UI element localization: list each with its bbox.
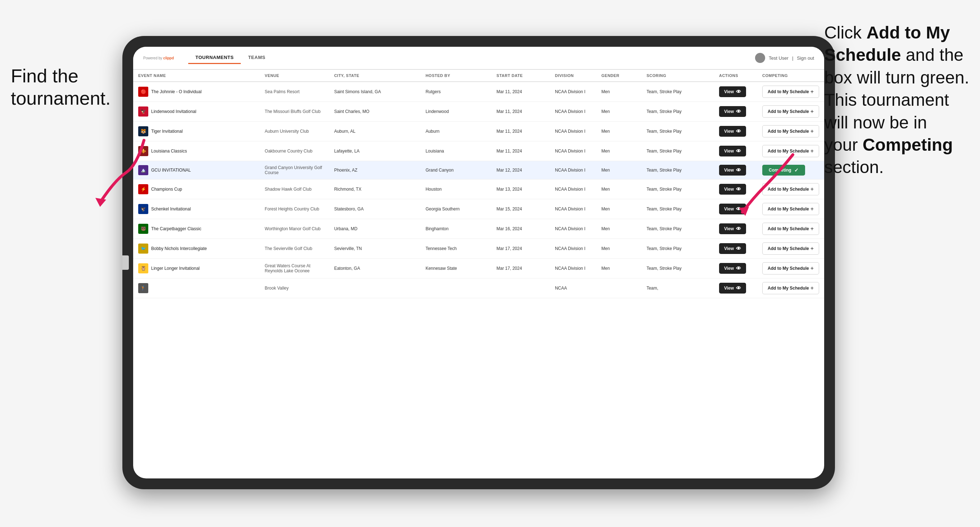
hosted-by-cell <box>420 278 491 298</box>
city-state-cell: Statesboro, GA <box>329 199 420 219</box>
eye-icon: 👁 <box>736 167 741 173</box>
gender-cell: Men <box>597 259 641 278</box>
add-to-schedule-button[interactable]: Add to My Schedule + <box>762 223 819 235</box>
add-to-schedule-button[interactable]: Add to My Schedule + <box>762 243 819 255</box>
table-row: 🏔️ GCU INVITATIONAL Grand Canyon Univers… <box>133 161 824 179</box>
venue-cell: Sea Palms Resort <box>260 82 329 102</box>
actions-cell: View 👁 <box>714 102 757 122</box>
instruction-left: Find thetournament. <box>11 65 111 110</box>
col-venue: VENUE <box>260 70 329 82</box>
col-division: DIVISION <box>550 70 597 82</box>
add-to-schedule-button[interactable]: Add to My Schedule + <box>762 203 819 215</box>
venue-cell: The Sevierville Golf Club <box>260 239 329 259</box>
hosted-by-cell: Houston <box>420 179 491 199</box>
competing-cell: Add to My Schedule + <box>757 278 824 298</box>
scoring-cell: Team, Stroke Play <box>641 141 714 161</box>
tab-teams[interactable]: TEAMS <box>241 52 272 64</box>
add-to-schedule-button[interactable]: Add to My Schedule + <box>762 86 819 98</box>
sign-out-link[interactable]: Sign out <box>797 56 814 61</box>
event-name-cell: 🏔️ GCU INVITATIONAL <box>133 161 260 179</box>
actions-cell: View 👁 <box>714 161 757 179</box>
city-state-cell: Urbana, MD <box>329 219 420 239</box>
plus-icon: + <box>810 245 814 252</box>
powered-by: Powered by clippd <box>143 56 174 60</box>
add-to-schedule-button[interactable]: Add to My Schedule + <box>762 282 819 294</box>
scoring-cell: Team, Stroke Play <box>641 102 714 122</box>
hosted-by-cell: Binghamton <box>420 219 491 239</box>
view-button[interactable]: View 👁 <box>719 86 746 97</box>
col-hosted-by: HOSTED BY <box>420 70 491 82</box>
plus-icon: + <box>810 108 814 115</box>
city-state-cell: Richmond, TX <box>329 179 420 199</box>
table-row: 🐦 Bobby Nichols Intercollegiate The Sevi… <box>133 239 824 259</box>
start-date-cell <box>492 278 550 298</box>
event-name-cell: 🦉 Linger Longer Invitational <box>133 259 260 278</box>
team-logo: ⚡ <box>138 184 148 194</box>
view-button[interactable]: View 👁 <box>719 106 746 117</box>
nav-tabs: TOURNAMENTS TEAMS <box>188 52 272 64</box>
actions-cell: View 👁 <box>714 219 757 239</box>
plus-icon: + <box>810 148 814 154</box>
tab-tournaments[interactable]: TOURNAMENTS <box>188 52 241 64</box>
avatar <box>755 53 765 63</box>
competing-button[interactable]: Competing ✓ <box>762 165 805 176</box>
division-cell: NCAA Division I <box>550 141 597 161</box>
event-name: The Carpetbagger Classic <box>151 226 201 231</box>
view-button[interactable]: View 👁 <box>719 146 746 157</box>
start-date-cell: Mar 17, 2024 <box>492 259 550 278</box>
team-logo: 🐦 <box>138 243 148 254</box>
scoring-cell: Team, Stroke Play <box>641 179 714 199</box>
start-date-cell: Mar 11, 2024 <box>492 141 550 161</box>
table-row: 🔴 The Johnnie - O Individual Sea Palms R… <box>133 82 824 102</box>
view-button[interactable]: View 👁 <box>719 224 746 234</box>
event-name: Schenkel Invitational <box>151 206 191 211</box>
gender-cell: Men <box>597 199 641 219</box>
event-name-cell: 🐻 The Carpetbagger Classic <box>133 219 260 239</box>
view-button[interactable]: View 👁 <box>719 184 746 195</box>
team-logo: 🏌️ <box>138 283 148 293</box>
hosted-by-cell: Kennesaw State <box>420 259 491 278</box>
view-button[interactable]: View 👁 <box>719 243 746 254</box>
start-date-cell: Mar 15, 2024 <box>492 199 550 219</box>
table-header-row: EVENT NAME VENUE CITY, STATE HOSTED BY S… <box>133 70 824 82</box>
eye-icon: 👁 <box>736 265 741 271</box>
venue-cell: Worthington Manor Golf Club <box>260 219 329 239</box>
start-date-cell: Mar 12, 2024 <box>492 161 550 179</box>
table-row: 🐻 The Carpetbagger Classic Worthington M… <box>133 219 824 239</box>
scoring-cell: Team, Stroke Play <box>641 122 714 141</box>
view-button[interactable]: View 👁 <box>719 165 746 176</box>
view-button[interactable]: View 👁 <box>719 126 746 137</box>
hosted-by-cell: Georgia Southern <box>420 199 491 219</box>
event-name: Bobby Nichols Intercollegiate <box>151 246 207 251</box>
actions-cell: View 👁 <box>714 179 757 199</box>
venue-cell: The Missouri Bluffs Golf Club <box>260 102 329 122</box>
division-cell: NCAA Division I <box>550 239 597 259</box>
eye-icon: 👁 <box>736 285 741 291</box>
division-cell: NCAA Division I <box>550 102 597 122</box>
gender-cell: Men <box>597 179 641 199</box>
add-to-schedule-button[interactable]: Add to My Schedule + <box>762 105 819 117</box>
eye-icon: 👁 <box>736 148 741 154</box>
hosted-by-cell: Rutgers <box>420 82 491 102</box>
svg-marker-0 <box>95 198 106 207</box>
table-row: 🦉 Linger Longer Invitational Great Water… <box>133 259 824 278</box>
view-button[interactable]: View 👁 <box>719 203 746 214</box>
gender-cell: Men <box>597 161 641 179</box>
actions-cell: View 👁 <box>714 141 757 161</box>
add-to-schedule-button[interactable]: Add to My Schedule + <box>762 262 819 275</box>
city-state-cell: Saint Charles, MO <box>329 102 420 122</box>
add-to-schedule-button[interactable]: Add to My Schedule + <box>762 145 819 157</box>
team-logo: 🐯 <box>138 126 148 137</box>
hosted-by-cell: Louisiana <box>420 141 491 161</box>
eye-icon: 👁 <box>736 246 741 251</box>
gender-cell: Men <box>597 239 641 259</box>
view-button[interactable]: View 👁 <box>719 263 746 274</box>
col-city-state: CITY, STATE <box>329 70 420 82</box>
city-state-cell: Eatonton, GA <box>329 259 420 278</box>
eye-icon: 👁 <box>736 206 741 212</box>
add-to-schedule-button[interactable]: Add to My Schedule + <box>762 183 819 195</box>
col-competing: COMPETING <box>757 70 824 82</box>
view-button[interactable]: View 👁 <box>719 283 746 294</box>
add-to-schedule-button[interactable]: Add to My Schedule + <box>762 125 819 137</box>
competing-cell: Add to My Schedule + <box>757 219 824 239</box>
